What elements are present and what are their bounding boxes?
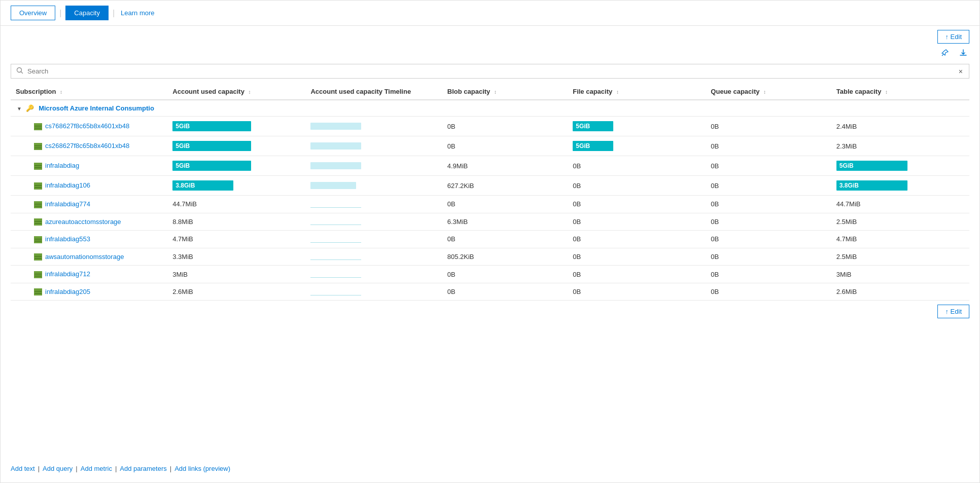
nav-bar: Overview | Capacity | Learn more [1,1,979,26]
blob-capacity-cell: 0B [442,266,568,283]
timeline-cell [305,136,442,156]
blob-capacity-value: 627.2KiB [447,182,474,190]
blob-capacity-value: 0B [447,142,456,150]
resource-link[interactable]: infralabdiag [45,162,79,169]
download-button[interactable] [957,48,969,60]
blob-capacity-value: 4.9MiB [447,162,468,170]
blob-capacity-cell: 627.2KiB [442,176,568,196]
resource-link[interactable]: infralabdiag774 [45,200,90,208]
add-links-link[interactable]: Add links (preview) [174,465,230,472]
resource-link[interactable]: cs768627f8c65b8x4601xb48 [45,122,129,130]
nav-divider-1: | [59,9,61,18]
subscription-cell: infralabdiag712 [11,266,167,283]
capacity-bar-fill: 3.8GiB [172,180,233,191]
table-capacity-cell: 2.5MiB [831,213,969,231]
queue-capacity-value: 0B [711,200,719,208]
table-capacity-value: 2.4MiB [836,123,857,130]
table-capacity-value: 4.7MiB [836,235,857,243]
sort-icon-table: ↕ [885,89,888,95]
resource-link[interactable]: infralabdiag205 [45,288,90,295]
table-row: cs268627f8c65b8x4601xb48 5GiB 0B5GiB0B2.… [11,136,969,156]
queue-capacity-cell: 0B [706,176,831,196]
account-used-capacity-cell: 5GiB [167,156,305,176]
col-blob-capacity[interactable]: Blob capacity ↕ [442,84,568,100]
table-row: azureautoacctomsstorage8.8MiB6.3MiB0B0B2… [11,213,969,231]
col-table-capacity[interactable]: Table capacity ↕ [831,84,969,100]
col-account-used-capacity[interactable]: Account used capacity ↕ [167,84,305,100]
table-capacity-value: 3MiB [836,271,852,278]
account-used-capacity-cell: 3.8GiB [167,176,305,196]
resource-link[interactable]: infralabdiag106 [45,181,90,189]
add-parameters-link[interactable]: Add parameters [120,465,167,472]
nav-divider-2: | [113,9,115,18]
search-input[interactable] [27,67,958,75]
file-capacity-value: 0B [573,200,581,208]
account-used-capacity-cell: 44.7MiB [167,196,305,213]
account-used-capacity-cell: 3.3MiB [167,248,305,266]
file-capacity-value: 0B [573,182,581,190]
capacity-bar-fill: 5GiB [172,141,251,151]
subscription-cell: infralabdiag205 [11,283,167,301]
file-capacity-cell: 0B [568,196,706,213]
svg-rect-28 [34,274,42,275]
search-clear-button[interactable]: × [958,67,964,76]
subscription-cell: awsautomationomsstorage [11,248,167,266]
edit-button-bottom[interactable]: ↑ Edit [937,305,969,318]
timeline-line [310,288,361,295]
resource-link[interactable]: infralabdiag712 [45,270,90,278]
col-file-capacity[interactable]: File capacity ↕ [568,84,706,100]
overview-button[interactable]: Overview [11,6,55,20]
subscription-cell: azureautoacctomsstorage [11,213,167,231]
blob-capacity-value: 6.3MiB [447,218,468,226]
col-account-used-capacity-timeline[interactable]: Account used capacity Timeline [305,84,442,100]
capacity-value: 44.7MiB [172,200,197,208]
resource-link[interactable]: infralabdiag553 [45,235,90,243]
resource-link[interactable]: azureautoacctomsstorage [45,218,121,226]
group-name-link[interactable]: Microsoft Azure Internal Consumptio [39,104,154,112]
resource-link[interactable]: awsautomationomsstorage [45,253,124,261]
pin-button[interactable] [939,48,951,60]
file-capacity-value: 0B [573,253,581,261]
blob-capacity-value: 0B [447,288,456,295]
edit-button-top[interactable]: ↑ Edit [937,30,969,44]
learn-more-link[interactable]: Learn more [119,6,156,20]
top-toolbar: ↑ Edit [1,26,979,46]
queue-capacity-value: 0B [711,162,719,170]
resource-link[interactable]: cs268627f8c65b8x4601xb48 [45,142,129,150]
svg-rect-21 [34,236,42,243]
blob-capacity-value: 0B [447,235,456,243]
timeline-bar [310,182,356,189]
table-row: infralabdiag7123MiB0B0B0B3MiB [11,266,969,283]
svg-rect-15 [34,201,42,208]
svg-rect-14 [34,187,42,188]
table-capacity-value: 2.6MiB [836,288,857,295]
table-capacity-bar: 3.8GiB [836,180,907,191]
add-metric-link[interactable]: Add metric [81,465,112,472]
capacity-value: 2.6MiB [172,288,193,295]
timeline-cell [305,231,442,248]
blob-capacity-value: 805.2KiB [447,253,474,261]
blob-capacity-cell: 0B [442,117,568,136]
bottom-toolbar: ↑ Edit [1,301,979,322]
account-used-capacity-cell: 5GiB [167,136,305,156]
table-capacity-cell: 4.7MiB [831,231,969,248]
svg-rect-18 [34,218,42,226]
table-capacity-cell: 3.8GiB [831,176,969,196]
add-query-link[interactable]: Add query [43,465,73,472]
svg-rect-8 [34,147,42,148]
timeline-cell [305,248,442,266]
capacity-value: 8.8MiB [172,218,193,226]
capacity-button[interactable]: Capacity [65,6,109,20]
queue-capacity-value: 0B [711,235,719,243]
col-subscription[interactable]: Subscription ↕ [11,84,167,100]
group-row: ▼ 🔑 Microsoft Azure Internal Consumptio [11,100,969,117]
table-capacity-cell: 2.6MiB [831,283,969,301]
subscription-cell: infralabdiag553 [11,231,167,248]
table-row: infralabdiag2052.6MiB0B0B0B2.6MiB [11,283,969,301]
svg-rect-24 [34,253,42,261]
col-queue-capacity[interactable]: Queue capacity ↕ [706,84,831,100]
group-chevron[interactable]: ▼ [17,106,22,112]
file-capacity-cell: 0B [568,231,706,248]
svg-rect-29 [34,276,42,277]
add-text-link[interactable]: Add text [11,465,35,472]
